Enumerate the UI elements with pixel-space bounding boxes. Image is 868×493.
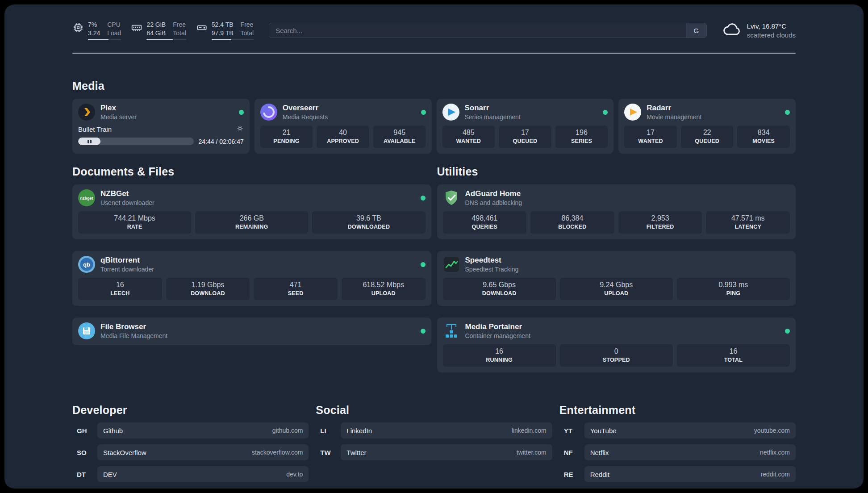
memory-widget: 22 GiB 64 GiB Free Total [131, 21, 186, 40]
service-desc: Series management [465, 113, 598, 121]
service-name: Media Portainer [465, 322, 780, 331]
stat-remaining: 266 GB REMAINING [195, 211, 308, 234]
disk-total-label: Total [241, 29, 254, 37]
plex-icon [78, 104, 95, 121]
card-nzbget[interactable]: nzbget NZBGet Usenet downloader 744.21 M… [72, 184, 431, 239]
cpu-load-label: Load [107, 29, 121, 37]
stat-filtered: 2,953 FILTERED [618, 211, 702, 234]
filebrowser-icon [78, 322, 95, 339]
cpu-widget: 7% 3.24 CPU Load [72, 21, 121, 40]
bookmark-domain: stackoverflow.com [252, 449, 303, 456]
weather-location: Lviv, 16.87°C [747, 22, 796, 31]
pause-button[interactable] [78, 138, 100, 145]
sonarr-icon [442, 104, 459, 121]
service-desc: Container management [465, 332, 780, 339]
top-bar: 7% 3.24 CPU Load [72, 20, 796, 41]
disk-free: 52.4 TB [212, 21, 234, 29]
pause-icon [88, 140, 89, 143]
bookmark-abbr: TW [316, 444, 341, 460]
bookmark-domain: netflix.com [760, 449, 790, 456]
memory-total: 64 GiB [146, 29, 166, 37]
service-name: Overseerr [283, 104, 416, 113]
service-name: Sonarr [465, 104, 598, 113]
stat-available: 945 AVAILABLE [373, 125, 426, 148]
stat-stopped: 0 STOPPED [560, 344, 673, 367]
card-overseerr[interactable]: Overseerr Media Requests 21 PENDING 40 A… [255, 99, 432, 154]
bookmark-reddit[interactable]: RE Reddit reddit.com [559, 466, 796, 482]
card-sonarr[interactable]: Sonarr Series management 485 WANTED 17 Q… [437, 99, 614, 154]
playback-progress-bar[interactable] [78, 138, 194, 145]
stat-queued: 22 QUEUED [681, 125, 734, 148]
service-name: Plex [100, 104, 234, 113]
bookmark-abbr: YT [559, 422, 584, 439]
dashboard: 7% 3.24 CPU Load [4, 4, 864, 489]
bookmark-domain: github.com [272, 427, 303, 434]
bookmark-domain: linkedin.com [512, 427, 547, 434]
card-speedtest[interactable]: Speedtest Speedtest Tracking 9.65 Gbps D… [437, 251, 796, 306]
section-title-entertainment: Entertainment [559, 404, 796, 417]
memory-free: 22 GiB [146, 21, 166, 29]
stat-total: 16 TOTAL [677, 344, 790, 367]
header-divider [72, 53, 796, 54]
status-dot [785, 110, 790, 115]
memory-bar [146, 39, 186, 40]
section-title-media: Media [72, 79, 796, 92]
bookmark-abbr: GH [72, 422, 97, 439]
bookmark-domain: youtube.com [754, 427, 790, 434]
status-dot [239, 110, 244, 115]
bookmark-name: Twitter [346, 449, 366, 456]
stat-series: 196 SERIES [555, 125, 608, 148]
bookmark-netflix[interactable]: NF Netflix netflix.com [559, 444, 796, 460]
stat-approved: 40 APPROVED [317, 125, 369, 148]
memory-icon [131, 22, 142, 35]
bookmark-stackoverflow[interactable]: SO StackOverflow stackoverflow.com [72, 444, 309, 460]
service-desc: Torrent downloader [100, 266, 415, 273]
bookmark-dev[interactable]: DT DEV dev.to [72, 466, 309, 482]
card-plex[interactable]: Plex Media server Bullet Train [72, 99, 250, 154]
bookmark-linkedin[interactable]: LI LinkedIn linkedin.com [316, 422, 552, 439]
bookmark-twitter[interactable]: TW Twitter twitter.com [316, 444, 552, 460]
settings-icon[interactable] [236, 125, 244, 134]
portainer-icon [443, 322, 460, 339]
search-input[interactable] [269, 23, 686, 38]
stat-seed: 471 SEED [254, 278, 338, 300]
card-adguard[interactable]: AdGuard Home DNS and adblocking 498,461 … [437, 184, 796, 239]
bookmark-youtube[interactable]: YT YouTube youtube.com [559, 422, 796, 439]
cpu-bar [88, 39, 121, 40]
section-media: Media Plex Media server Bullet Train [72, 79, 796, 154]
service-name: File Browser [100, 322, 415, 331]
stat-wanted: 485 WANTED [442, 125, 495, 148]
status-dot [421, 196, 426, 201]
card-portainer[interactable]: Media Portainer Container management 16 … [437, 318, 796, 372]
stat-download: 1.19 Gbps DOWNLOAD [166, 278, 250, 300]
stat-queries: 498,461 QUERIES [443, 211, 527, 234]
cpu-load-value: 3.24 [88, 29, 100, 37]
service-desc: Media server [100, 113, 234, 121]
card-radarr[interactable]: Radarr Movie management 17 WANTED 22 QUE… [618, 99, 796, 154]
bookmark-github[interactable]: GH Github github.com [72, 422, 309, 439]
stat-blocked: 86,384 BLOCKED [530, 211, 614, 234]
search-provider-button[interactable]: G [686, 23, 706, 38]
svg-text:qb: qb [83, 261, 90, 268]
section-entertainment: Entertainment YT YouTube youtube.com NF … [559, 404, 796, 482]
bookmark-abbr: NF [559, 444, 584, 460]
weather-condition: scattered clouds [747, 31, 796, 39]
bookmark-name: Github [103, 427, 123, 435]
status-dot [421, 329, 426, 334]
service-name: Speedtest [465, 256, 790, 265]
stat-movies: 834 MOVIES [737, 125, 790, 148]
memory-total-label: Total [173, 29, 186, 37]
stat-downloaded: 39.6 TB DOWNLOADED [312, 211, 425, 234]
section-title-utilities: Utilities [437, 165, 796, 178]
stat-pending: 21 PENDING [260, 125, 313, 148]
card-filebrowser[interactable]: File Browser Media File Management [72, 318, 431, 345]
card-qbittorrent[interactable]: qb qBittorrent Torrent downloader 16 LEE… [72, 251, 431, 306]
bookmark-domain: reddit.com [761, 471, 790, 478]
stat-leech: 16 LEECH [78, 278, 162, 300]
disk-bar [212, 39, 254, 40]
section-documents: Documents & Files nzbget NZBGet Usenet d… [72, 165, 431, 345]
service-desc: Media Requests [283, 113, 416, 121]
status-dot [421, 110, 426, 115]
service-name: AdGuard Home [465, 189, 790, 198]
bookmark-name: YouTube [590, 427, 617, 435]
